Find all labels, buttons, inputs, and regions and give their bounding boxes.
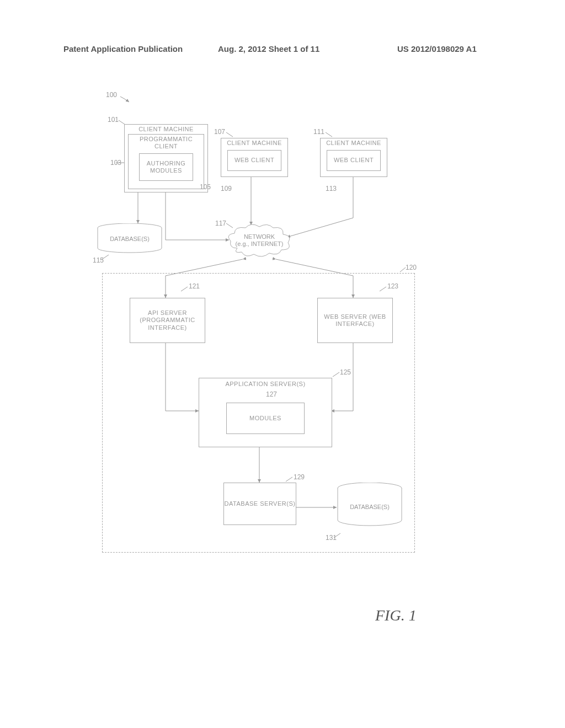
ref-109: 109 (221, 185, 232, 192)
db-left-label: DATABASE(S) (97, 235, 163, 242)
client1-title: CLIENT MACHINE (138, 126, 194, 133)
figure-caption: FIG. 1 (375, 607, 417, 624)
client2-web-label: WEB CLIENT (234, 157, 274, 164)
api-server: API SERVER (PROGRAMMATIC INTERFACE) (130, 298, 205, 343)
modules: MODULES (226, 403, 305, 434)
web-server: WEB SERVER (WEB INTERFACE) (317, 298, 393, 343)
ref-107: 107 (214, 128, 225, 136)
ref-121: 121 (189, 282, 200, 290)
appserver-label: APPLICATION SERVER(S) (225, 381, 305, 388)
database-right: DATABASE(S) (337, 483, 403, 527)
db-right-label: DATABASE(S) (337, 504, 403, 510)
authoring-modules: AUTHORING MODULES (139, 153, 193, 181)
ref-120: 120 (406, 264, 417, 271)
client3-title: CLIENT MACHINE (326, 140, 381, 147)
network-label-1: NETWORK (244, 233, 275, 240)
ref-113: 113 (326, 185, 337, 192)
client3-web-label: WEB CLIENT (334, 157, 374, 164)
header-right: US 2012/0198029 A1 (397, 44, 477, 53)
ref-125: 125 (340, 368, 351, 376)
web-server-label: WEB SERVER (WEB INTERFACE) (318, 313, 392, 328)
network-cloud: NETWORK (e.g., INTERNET) (226, 223, 292, 259)
ref-131: 131 (326, 534, 337, 542)
database-server: DATABASE SERVER(S) (223, 483, 296, 525)
database-left: DATABASE(S) (97, 223, 163, 254)
ref-100: 100 (106, 91, 117, 99)
web-client-2: WEB CLIENT (227, 150, 281, 171)
api-server-label: API SERVER (PROGRAMMATIC INTERFACE) (130, 309, 205, 331)
modules-label: MODULES (249, 415, 281, 422)
client1-prog-label: PROGRAMMATIC CLIENT (129, 136, 204, 150)
ref-103: 103 (110, 159, 121, 167)
ref-129: 129 (294, 473, 305, 481)
ref-115: 115 (93, 256, 104, 264)
ref-117: 117 (215, 220, 226, 227)
ref-101: 101 (108, 116, 119, 124)
dbserver-label: DATABASE SERVER(S) (225, 500, 296, 507)
client1-auth-label: AUTHORING MODULES (140, 160, 193, 174)
client2-title: CLIENT MACHINE (227, 140, 282, 147)
ref-105: 105 (200, 183, 211, 191)
header-center: Aug. 2, 2012 Sheet 1 of 11 (218, 44, 319, 53)
ref-127: 127 (266, 390, 277, 398)
ref-123: 123 (387, 282, 398, 290)
header-left: Patent Application Publication (63, 44, 183, 53)
ref-111: 111 (313, 128, 324, 136)
network-label-2: (e.g., INTERNET) (236, 240, 284, 247)
web-client-3: WEB CLIENT (327, 150, 381, 171)
page: Patent Application Publication Aug. 2, 2… (0, 0, 565, 728)
